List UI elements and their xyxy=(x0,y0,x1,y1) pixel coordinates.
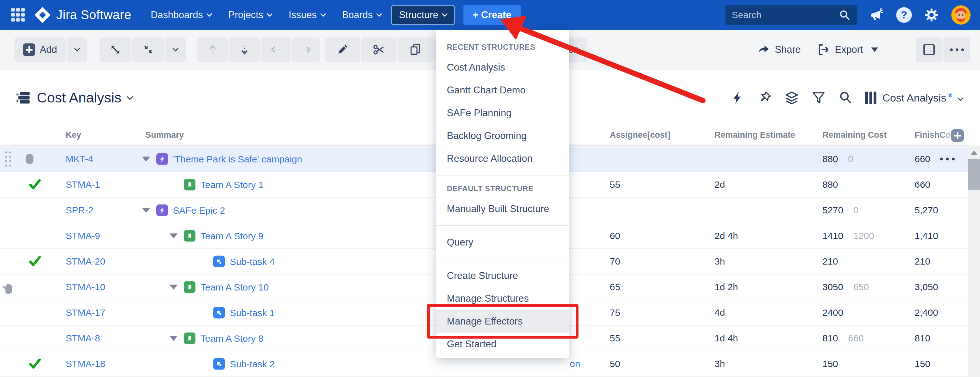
expand-level-dropdown[interactable] xyxy=(165,38,186,62)
columns-icon[interactable] xyxy=(862,89,879,106)
search-in-structure-icon[interactable] xyxy=(837,89,854,106)
remaining-estimate-value[interactable]: 3h xyxy=(714,359,725,369)
issue-key-link[interactable]: MKT-4 xyxy=(66,154,93,164)
menu-item-cost-analysis[interactable]: Cost Analysis xyxy=(436,56,569,79)
issue-summary[interactable]: Sub-task 1 xyxy=(213,307,275,318)
toolbar-more-button[interactable] xyxy=(943,38,970,62)
vertical-scrollbar[interactable] xyxy=(968,146,980,377)
finishcost-value[interactable]: 3,050 xyxy=(915,282,938,292)
finishcost-value[interactable]: 5,270 xyxy=(915,205,938,215)
automation-lightning-icon[interactable] xyxy=(729,89,747,106)
copy-button[interactable] xyxy=(398,38,433,62)
menu-item-resource-allocation[interactable]: Resource Allocation xyxy=(436,147,569,170)
remaining-estimate-value[interactable]: 1d 4h xyxy=(714,333,738,344)
issue-key-link[interactable]: STMA-17 xyxy=(66,307,105,318)
assignee-cost-value[interactable]: 65 xyxy=(610,282,620,292)
col-header-key[interactable]: Key xyxy=(66,130,81,139)
finishcost-value[interactable]: 660 xyxy=(915,179,930,190)
issue-summary[interactable]: Team A Story 10 xyxy=(168,282,269,293)
view-selector[interactable]: Cost Analysis * xyxy=(883,92,963,104)
issue-key-link[interactable]: STMA-8 xyxy=(66,333,100,344)
remaining-cost-value[interactable]: 880 xyxy=(822,179,848,190)
finishcost-value[interactable]: 2,400 xyxy=(915,307,938,318)
structure-selector[interactable]: Cost Analysis xyxy=(16,90,132,106)
search-input[interactable] xyxy=(732,10,835,20)
issue-summary[interactable]: SAFe Epic 2 xyxy=(141,204,225,216)
remaining-cost-value[interactable]: 2400 xyxy=(822,307,853,318)
col-header-assignee-cost[interactable]: Assignee[cost] xyxy=(610,130,670,139)
issue-key-link[interactable]: STMA-1 xyxy=(66,179,100,190)
col-header-remaining-cost[interactable]: Remaining Cost xyxy=(822,130,887,139)
collapse-toggle[interactable] xyxy=(168,336,179,341)
issue-summary[interactable]: Team A Story 9 xyxy=(168,230,264,242)
menu-item-manage-effectors[interactable]: Manage Effectors xyxy=(436,310,569,333)
menu-item-gantt-chart-demo[interactable]: Gantt Chart Demo xyxy=(436,79,569,101)
nav-projects[interactable]: Projects xyxy=(221,5,278,25)
collapse-all-button[interactable] xyxy=(132,38,164,62)
assignee-cost-value[interactable]: 55 xyxy=(610,179,620,190)
share-button[interactable]: Share xyxy=(757,38,801,62)
remaining-cost-value[interactable]: 150 xyxy=(822,359,848,369)
col-header-remaining-estimate[interactable]: Remaining Estimate xyxy=(714,130,795,139)
help-icon[interactable]: ? xyxy=(896,7,912,23)
nav-dashboards[interactable]: Dashboards xyxy=(144,5,218,25)
remaining-estimate-value[interactable]: 4d xyxy=(714,307,725,318)
scroll-up-arrow[interactable] xyxy=(970,150,978,155)
filter-funnel-icon[interactable] xyxy=(810,89,827,106)
finishcost-value[interactable]: 150 xyxy=(915,359,930,369)
expand-all-button[interactable] xyxy=(99,38,131,62)
remaining-estimate-value[interactable]: 2d 4h xyxy=(714,231,738,241)
menu-item-query[interactable]: Query xyxy=(436,231,569,253)
collapse-toggle[interactable] xyxy=(141,208,151,213)
finishcost-value[interactable]: 660 xyxy=(915,154,930,164)
remaining-cost-value[interactable]: 52700 xyxy=(822,205,858,215)
user-avatar[interactable] xyxy=(951,5,970,25)
menu-item-manually-built-structure[interactable]: Manually Built Structure xyxy=(436,197,569,220)
remaining-cost-value[interactable]: 210 xyxy=(822,256,848,267)
assignee-cost-value[interactable]: 50 xyxy=(610,359,620,369)
add-item-dropdown[interactable] xyxy=(67,38,87,62)
remaining-estimate-value[interactable]: 2d xyxy=(714,179,725,190)
issue-key-link[interactable]: SPR-2 xyxy=(66,205,93,215)
issue-summary[interactable]: 'Theme Park is Safe' campaign xyxy=(141,154,302,165)
edit-pencil-button[interactable] xyxy=(325,38,360,62)
settings-gear-icon[interactable] xyxy=(923,6,940,24)
fullscreen-layout-button[interactable] xyxy=(916,38,942,62)
nav-issues[interactable]: Issues xyxy=(282,5,332,25)
move-down-button[interactable] xyxy=(229,38,260,62)
create-button[interactable]: + Create xyxy=(463,5,521,25)
clipped-link-text[interactable]: on xyxy=(570,359,580,369)
finishcost-value[interactable]: 810 xyxy=(915,333,930,344)
remaining-cost-value[interactable]: 3050650 xyxy=(822,282,869,292)
add-column-button[interactable] xyxy=(951,129,964,142)
scrollbar-thumb[interactable] xyxy=(968,159,980,190)
global-search[interactable] xyxy=(725,5,857,25)
move-right-button[interactable] xyxy=(292,38,320,62)
add-item-button[interactable]: Add xyxy=(14,38,66,62)
app-switcher-icon[interactable] xyxy=(10,6,26,24)
menu-item-backlog-grooming[interactable]: Backlog Grooming xyxy=(436,124,569,147)
drag-handle-icon[interactable] xyxy=(5,152,11,166)
menu-item-manage-structures[interactable]: Manage Structures xyxy=(436,287,569,310)
move-left-button[interactable] xyxy=(261,38,291,62)
nav-structure[interactable]: Structure xyxy=(391,5,455,25)
collapse-toggle[interactable] xyxy=(168,233,179,238)
issue-summary[interactable]: Team A Story 8 xyxy=(168,333,264,344)
issue-summary[interactable]: Team A Story 1 xyxy=(168,179,264,190)
move-up-button[interactable] xyxy=(197,38,228,62)
collapse-toggle[interactable] xyxy=(141,157,151,162)
remaining-cost-value[interactable]: 8800 xyxy=(822,154,853,164)
issue-key-link[interactable]: STMA-9 xyxy=(66,231,100,241)
assignee-cost-value[interactable]: 75 xyxy=(610,307,620,318)
menu-item-create-structure[interactable]: Create Structure xyxy=(436,264,569,287)
cut-scissors-button[interactable] xyxy=(361,38,397,62)
assignee-cost-value[interactable]: 60 xyxy=(610,231,620,241)
pin-icon[interactable] xyxy=(756,89,774,106)
issue-summary[interactable]: Sub-task 4 xyxy=(213,256,275,268)
assignee-cost-value[interactable]: 70 xyxy=(610,256,620,267)
issue-key-link[interactable]: STMA-10 xyxy=(66,282,105,292)
row-actions-menu[interactable] xyxy=(940,158,955,160)
menu-item-safe-planning[interactable]: SAFe Planning xyxy=(436,101,569,124)
nav-boards[interactable]: Boards xyxy=(335,5,388,25)
assignee-cost-value[interactable]: 55 xyxy=(610,333,620,344)
